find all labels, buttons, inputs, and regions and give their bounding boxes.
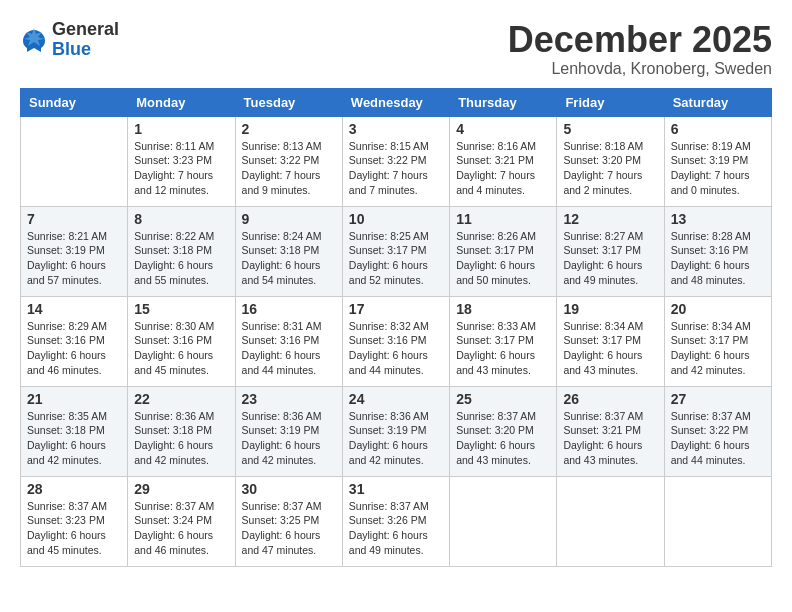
calendar-cell: 14Sunrise: 8:29 AM Sunset: 3:16 PM Dayli… [21, 296, 128, 386]
day-number: 30 [242, 481, 336, 497]
day-info: Sunrise: 8:37 AM Sunset: 3:22 PM Dayligh… [671, 409, 765, 468]
day-info: Sunrise: 8:25 AM Sunset: 3:17 PM Dayligh… [349, 229, 443, 288]
month-title: December 2025 [508, 20, 772, 60]
day-info: Sunrise: 8:27 AM Sunset: 3:17 PM Dayligh… [563, 229, 657, 288]
calendar-cell: 10Sunrise: 8:25 AM Sunset: 3:17 PM Dayli… [342, 206, 449, 296]
day-number: 3 [349, 121, 443, 137]
calendar-cell: 25Sunrise: 8:37 AM Sunset: 3:20 PM Dayli… [450, 386, 557, 476]
calendar-cell: 11Sunrise: 8:26 AM Sunset: 3:17 PM Dayli… [450, 206, 557, 296]
calendar-cell: 5Sunrise: 8:18 AM Sunset: 3:20 PM Daylig… [557, 116, 664, 206]
day-number: 27 [671, 391, 765, 407]
day-number: 31 [349, 481, 443, 497]
calendar-header-saturday: Saturday [664, 88, 771, 116]
day-number: 6 [671, 121, 765, 137]
week-row-1: 1Sunrise: 8:11 AM Sunset: 3:23 PM Daylig… [21, 116, 772, 206]
calendar-cell: 13Sunrise: 8:28 AM Sunset: 3:16 PM Dayli… [664, 206, 771, 296]
calendar-cell: 19Sunrise: 8:34 AM Sunset: 3:17 PM Dayli… [557, 296, 664, 386]
calendar-cell: 4Sunrise: 8:16 AM Sunset: 3:21 PM Daylig… [450, 116, 557, 206]
day-number: 13 [671, 211, 765, 227]
day-number: 25 [456, 391, 550, 407]
day-number: 1 [134, 121, 228, 137]
logo-icon [20, 26, 48, 54]
week-row-3: 14Sunrise: 8:29 AM Sunset: 3:16 PM Dayli… [21, 296, 772, 386]
day-number: 28 [27, 481, 121, 497]
day-number: 14 [27, 301, 121, 317]
week-row-2: 7Sunrise: 8:21 AM Sunset: 3:19 PM Daylig… [21, 206, 772, 296]
calendar-header-friday: Friday [557, 88, 664, 116]
day-info: Sunrise: 8:37 AM Sunset: 3:25 PM Dayligh… [242, 499, 336, 558]
calendar-header-monday: Monday [128, 88, 235, 116]
day-number: 18 [456, 301, 550, 317]
calendar-cell: 26Sunrise: 8:37 AM Sunset: 3:21 PM Dayli… [557, 386, 664, 476]
calendar-cell: 20Sunrise: 8:34 AM Sunset: 3:17 PM Dayli… [664, 296, 771, 386]
day-info: Sunrise: 8:37 AM Sunset: 3:24 PM Dayligh… [134, 499, 228, 558]
day-number: 29 [134, 481, 228, 497]
day-info: Sunrise: 8:34 AM Sunset: 3:17 PM Dayligh… [563, 319, 657, 378]
day-info: Sunrise: 8:24 AM Sunset: 3:18 PM Dayligh… [242, 229, 336, 288]
day-info: Sunrise: 8:16 AM Sunset: 3:21 PM Dayligh… [456, 139, 550, 198]
calendar-cell: 29Sunrise: 8:37 AM Sunset: 3:24 PM Dayli… [128, 476, 235, 566]
calendar-cell [557, 476, 664, 566]
day-info: Sunrise: 8:26 AM Sunset: 3:17 PM Dayligh… [456, 229, 550, 288]
week-row-5: 28Sunrise: 8:37 AM Sunset: 3:23 PM Dayli… [21, 476, 772, 566]
day-info: Sunrise: 8:34 AM Sunset: 3:17 PM Dayligh… [671, 319, 765, 378]
day-info: Sunrise: 8:29 AM Sunset: 3:16 PM Dayligh… [27, 319, 121, 378]
calendar-header-wednesday: Wednesday [342, 88, 449, 116]
logo-text: General Blue [52, 20, 119, 60]
day-info: Sunrise: 8:22 AM Sunset: 3:18 PM Dayligh… [134, 229, 228, 288]
day-number: 22 [134, 391, 228, 407]
day-number: 20 [671, 301, 765, 317]
calendar-cell: 21Sunrise: 8:35 AM Sunset: 3:18 PM Dayli… [21, 386, 128, 476]
day-number: 15 [134, 301, 228, 317]
day-number: 7 [27, 211, 121, 227]
calendar-cell: 17Sunrise: 8:32 AM Sunset: 3:16 PM Dayli… [342, 296, 449, 386]
calendar-cell: 6Sunrise: 8:19 AM Sunset: 3:19 PM Daylig… [664, 116, 771, 206]
location-title: Lenhovda, Kronoberg, Sweden [508, 60, 772, 78]
day-number: 26 [563, 391, 657, 407]
calendar-cell [450, 476, 557, 566]
calendar-cell: 7Sunrise: 8:21 AM Sunset: 3:19 PM Daylig… [21, 206, 128, 296]
day-info: Sunrise: 8:36 AM Sunset: 3:19 PM Dayligh… [242, 409, 336, 468]
day-info: Sunrise: 8:37 AM Sunset: 3:20 PM Dayligh… [456, 409, 550, 468]
logo: General Blue [20, 20, 119, 60]
day-info: Sunrise: 8:11 AM Sunset: 3:23 PM Dayligh… [134, 139, 228, 198]
calendar-cell: 3Sunrise: 8:15 AM Sunset: 3:22 PM Daylig… [342, 116, 449, 206]
calendar-cell: 16Sunrise: 8:31 AM Sunset: 3:16 PM Dayli… [235, 296, 342, 386]
day-info: Sunrise: 8:19 AM Sunset: 3:19 PM Dayligh… [671, 139, 765, 198]
day-info: Sunrise: 8:32 AM Sunset: 3:16 PM Dayligh… [349, 319, 443, 378]
page-header: General Blue December 2025 Lenhovda, Kro… [20, 20, 772, 78]
calendar-cell: 30Sunrise: 8:37 AM Sunset: 3:25 PM Dayli… [235, 476, 342, 566]
day-info: Sunrise: 8:21 AM Sunset: 3:19 PM Dayligh… [27, 229, 121, 288]
day-info: Sunrise: 8:36 AM Sunset: 3:18 PM Dayligh… [134, 409, 228, 468]
title-area: December 2025 Lenhovda, Kronoberg, Swede… [508, 20, 772, 78]
day-number: 21 [27, 391, 121, 407]
day-info: Sunrise: 8:31 AM Sunset: 3:16 PM Dayligh… [242, 319, 336, 378]
calendar-header-row: SundayMondayTuesdayWednesdayThursdayFrid… [21, 88, 772, 116]
calendar-header-sunday: Sunday [21, 88, 128, 116]
calendar-cell: 9Sunrise: 8:24 AM Sunset: 3:18 PM Daylig… [235, 206, 342, 296]
day-number: 17 [349, 301, 443, 317]
day-number: 12 [563, 211, 657, 227]
calendar-cell [664, 476, 771, 566]
calendar-cell: 23Sunrise: 8:36 AM Sunset: 3:19 PM Dayli… [235, 386, 342, 476]
day-number: 5 [563, 121, 657, 137]
day-info: Sunrise: 8:37 AM Sunset: 3:21 PM Dayligh… [563, 409, 657, 468]
day-number: 19 [563, 301, 657, 317]
week-row-4: 21Sunrise: 8:35 AM Sunset: 3:18 PM Dayli… [21, 386, 772, 476]
day-info: Sunrise: 8:30 AM Sunset: 3:16 PM Dayligh… [134, 319, 228, 378]
calendar-cell: 15Sunrise: 8:30 AM Sunset: 3:16 PM Dayli… [128, 296, 235, 386]
calendar-cell: 12Sunrise: 8:27 AM Sunset: 3:17 PM Dayli… [557, 206, 664, 296]
day-info: Sunrise: 8:37 AM Sunset: 3:26 PM Dayligh… [349, 499, 443, 558]
calendar-cell: 28Sunrise: 8:37 AM Sunset: 3:23 PM Dayli… [21, 476, 128, 566]
day-number: 16 [242, 301, 336, 317]
day-number: 23 [242, 391, 336, 407]
calendar-cell: 2Sunrise: 8:13 AM Sunset: 3:22 PM Daylig… [235, 116, 342, 206]
calendar-table: SundayMondayTuesdayWednesdayThursdayFrid… [20, 88, 772, 567]
calendar-cell [21, 116, 128, 206]
day-info: Sunrise: 8:37 AM Sunset: 3:23 PM Dayligh… [27, 499, 121, 558]
day-info: Sunrise: 8:33 AM Sunset: 3:17 PM Dayligh… [456, 319, 550, 378]
day-info: Sunrise: 8:28 AM Sunset: 3:16 PM Dayligh… [671, 229, 765, 288]
day-number: 2 [242, 121, 336, 137]
day-number: 10 [349, 211, 443, 227]
day-info: Sunrise: 8:18 AM Sunset: 3:20 PM Dayligh… [563, 139, 657, 198]
